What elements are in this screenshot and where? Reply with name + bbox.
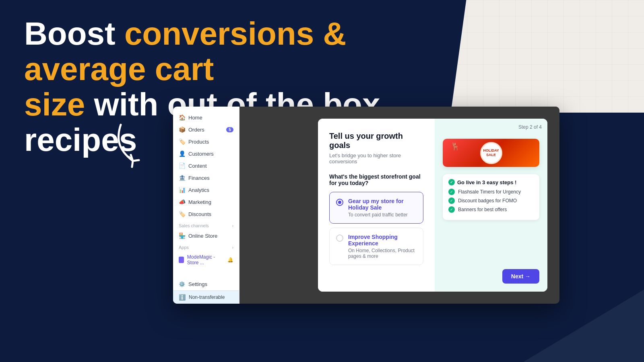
- orders-icon: 📦: [179, 126, 185, 133]
- wizard-subtitle: Let's bridge you to higher store convers…: [329, 152, 423, 165]
- sidebar-discounts-label: Discounts: [188, 211, 211, 217]
- sales-channels-label: Sales channels: [179, 223, 209, 228]
- sidebar-item-customers[interactable]: 👤 Customers: [173, 148, 239, 160]
- sidebar-bottom: ⚙️ Settings ℹ️ Non-transferable: [173, 278, 239, 304]
- chevron-right-icon: ›: [232, 224, 233, 228]
- go-live-item-3: ✓ Banners for best offers: [448, 206, 534, 213]
- customers-icon: 👤: [179, 150, 185, 157]
- preview-card-image: 🦌 HOLIDAYSALE: [443, 139, 539, 167]
- content-icon: 📄: [179, 162, 185, 169]
- sidebar-item-settings[interactable]: ⚙️ Settings: [173, 278, 239, 290]
- sidebar-nav: 🏠 Home 📦 Orders 5 🏷️ Products 👤 Customer…: [173, 107, 239, 273]
- go-live-card: ✓ Go live in 3 easy steps ! ✓ Flashsale …: [443, 174, 539, 220]
- sales-channels-section: Sales channels ›: [173, 220, 239, 230]
- orders-badge: 5: [226, 127, 233, 132]
- choice-holiday[interactable]: Gear up my store for Holiday Sale To con…: [329, 192, 423, 224]
- wizard-left-panel: Tell us your growth goals Let's bridge y…: [318, 119, 435, 292]
- sidebar-products-label: Products: [188, 139, 209, 145]
- radio-shopping: [336, 234, 343, 242]
- wizard-modal: Tell us your growth goals Let's bridge y…: [318, 119, 547, 292]
- holiday-sale-badge: HOLIDAYSALE: [480, 142, 502, 164]
- modemagic-icon: [179, 257, 184, 263]
- sidebar-item-analytics[interactable]: 📊 Analytics: [173, 184, 239, 196]
- shopify-sidebar: 🏠 Home 📦 Orders 5 🏷️ Products 👤 Customer…: [173, 107, 239, 304]
- notification-bell-icon: 🔔: [227, 257, 233, 263]
- wizard-title: Tell us your growth goals: [329, 132, 423, 150]
- go-live-item-1-label: Flashsale Timers for Urgency: [458, 189, 521, 195]
- next-button-label: Next →: [511, 273, 530, 280]
- sidebar-item-products[interactable]: 🏷️ Products: [173, 136, 239, 148]
- sidebar-home-label: Home: [188, 115, 202, 121]
- arrow: [109, 117, 165, 173]
- main-content-area: Tell us your growth goals Let's bridge y…: [239, 107, 559, 304]
- hero-line2-highlight: size: [24, 86, 85, 122]
- apps-section: Apps ›: [173, 242, 239, 251]
- choice-holiday-desc: To convert paid traffic better: [348, 212, 417, 218]
- choice-shopping[interactable]: Improve Shopping Experience On Home, Col…: [329, 228, 423, 265]
- sidebar-content-label: Content: [188, 163, 207, 169]
- choice-holiday-label: Gear up my store for Holiday Sale: [348, 198, 417, 211]
- check-icon-2: ✓: [448, 197, 455, 204]
- hero-line1-white: Boost: [24, 16, 124, 51]
- non-transferable-label: Non-transferable: [189, 294, 225, 300]
- go-live-check-icon: ✓: [448, 179, 455, 185]
- marketing-icon: 📣: [179, 199, 185, 205]
- choice-shopping-label: Improve Shopping Experience: [348, 234, 417, 247]
- settings-label: Settings: [188, 281, 207, 287]
- preview-card: 🦌 HOLIDAYSALE: [443, 139, 539, 167]
- settings-gear-icon: ⚙️: [179, 281, 185, 287]
- online-store-icon: 🏪: [179, 232, 185, 239]
- sidebar-online-store-label: Online Store: [188, 233, 217, 239]
- reindeer-emoji: 🦌: [451, 142, 460, 151]
- check-icon-3: ✓: [448, 206, 455, 213]
- go-live-item-2-label: Discount badges for FOMO: [458, 198, 517, 204]
- check-icon-1: ✓: [448, 189, 455, 195]
- finances-icon: 🏦: [179, 175, 185, 181]
- non-transferable-bar: ℹ️ Non-transferable: [173, 290, 239, 304]
- go-live-item-2: ✓ Discount badges for FOMO: [448, 197, 534, 204]
- apps-label: Apps: [179, 245, 189, 250]
- sidebar-item-discounts[interactable]: 🏷️ Discounts: [173, 208, 239, 220]
- step-indicator: Step 2 of 4: [518, 124, 542, 130]
- go-live-title: ✓ Go live in 3 easy steps !: [448, 179, 534, 185]
- go-live-item-3-label: Banners for best offers: [458, 207, 507, 212]
- sidebar-item-online-store[interactable]: 🏪 Online Store: [173, 230, 239, 242]
- sidebar-orders-label: Orders: [188, 127, 204, 133]
- sidebar-customers-label: Customers: [188, 151, 214, 157]
- sidebar-analytics-label: Analytics: [188, 187, 209, 193]
- sidebar-item-modemagic[interactable]: ModeMagic - Store ... 🔔: [173, 251, 239, 268]
- browser-mockup: 🏠 Home 📦 Orders 5 🏷️ Products 👤 Customer…: [173, 107, 559, 304]
- sidebar-finances-label: Finances: [188, 175, 210, 181]
- choice-shopping-text: Improve Shopping Experience On Home, Col…: [348, 234, 417, 259]
- grid-pattern: [451, 0, 644, 113]
- go-live-title-text: Go live in 3 easy steps !: [457, 179, 516, 185]
- apps-chevron-icon: ›: [232, 245, 233, 250]
- sidebar-item-marketing[interactable]: 📣 Marketing: [173, 196, 239, 208]
- sidebar-item-orders[interactable]: 📦 Orders 5: [173, 123, 239, 136]
- discounts-icon: 🏷️: [179, 211, 185, 217]
- go-live-item-1: ✓ Flashsale Timers for Urgency: [448, 189, 534, 195]
- wizard-question: What's the biggest storefront goal for y…: [329, 173, 423, 186]
- radio-holiday: [336, 199, 343, 206]
- app-name-label: ModeMagic - Store ...: [187, 254, 224, 265]
- wizard-right-panel: Step 2 of 4 🦌 HOLIDAYSALE ✓ Go live in 3…: [435, 119, 547, 292]
- analytics-icon: 📊: [179, 187, 185, 193]
- home-icon: 🏠: [179, 114, 185, 121]
- choice-holiday-text: Gear up my store for Holiday Sale To con…: [348, 198, 417, 218]
- sidebar-item-finances[interactable]: 🏦 Finances: [173, 172, 239, 184]
- products-icon: 🏷️: [179, 138, 185, 145]
- next-button[interactable]: Next →: [502, 269, 539, 284]
- choice-shopping-desc: On Home, Collections, Product pages & mo…: [348, 248, 417, 259]
- info-icon: ℹ️: [179, 294, 186, 300]
- sidebar-item-home[interactable]: 🏠 Home: [173, 111, 239, 123]
- sidebar-marketing-label: Marketing: [188, 199, 211, 205]
- sidebar-item-content[interactable]: 📄 Content: [173, 160, 239, 172]
